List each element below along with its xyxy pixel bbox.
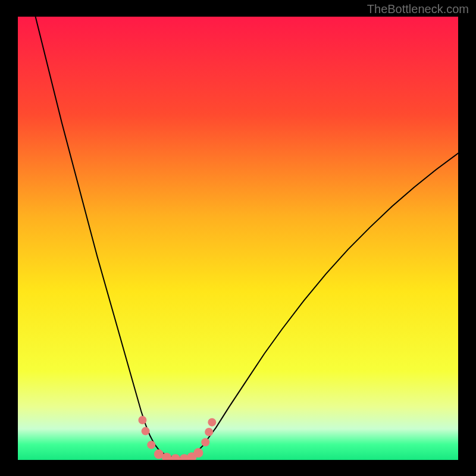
data-marker xyxy=(205,428,213,436)
data-marker xyxy=(208,418,216,427)
chart-svg xyxy=(18,17,458,460)
data-marker xyxy=(147,441,155,449)
chart-area xyxy=(18,17,458,460)
data-marker xyxy=(138,416,146,424)
data-marker xyxy=(201,438,209,446)
watermark-text: TheBottleneck.com xyxy=(367,2,469,16)
data-marker xyxy=(142,427,150,436)
data-marker xyxy=(193,448,203,458)
